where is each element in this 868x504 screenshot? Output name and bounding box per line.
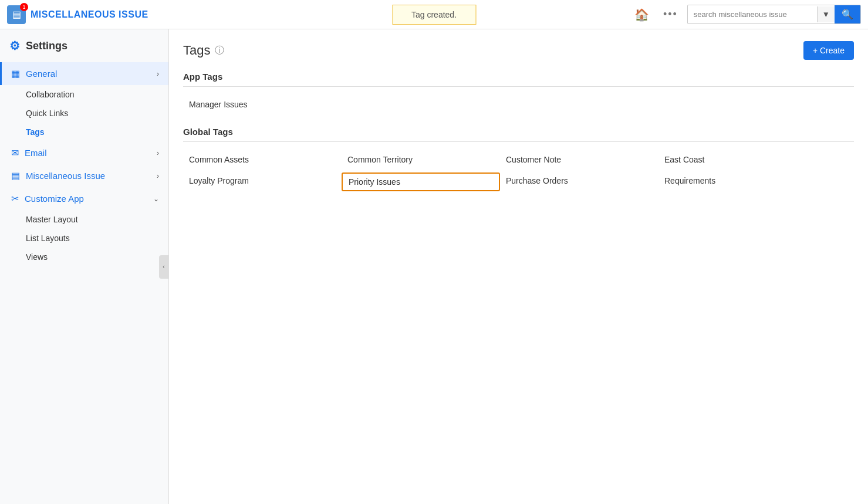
page-title-row: Tags ⓘ [183,43,224,58]
sidebar-item-email-inner: ✉ Email [11,147,157,158]
sidebar-label-misc: Miscellaneous Issue [26,171,105,181]
customize-chevron: ⌄ [153,195,159,203]
sidebar-sub-master-layout[interactable]: Master Layout [0,210,168,229]
content-header: Tags ⓘ + Create [183,41,854,60]
search-container: ▼ 🔍 [687,5,861,24]
more-button[interactable]: ••• [658,6,683,23]
topbar: ▤ 1 MISCELLANEOUS ISSUE Tag created. 🏠 •… [0,0,868,29]
tag-item-requirements[interactable]: Requirements [658,172,817,191]
search-go-button[interactable]: 🔍 [835,5,860,23]
tag-item-priority-issues[interactable]: Priority Issues [342,172,500,191]
sidebar-item-miscellaneous-issue[interactable]: ▤ Miscellaneous Issue › [0,164,168,187]
sidebar-sub-list-layouts[interactable]: List Layouts [0,229,168,248]
tag-item-common-territory[interactable]: Common Territory [342,151,500,168]
app-tags-grid: Manager Issues [183,96,854,113]
search-dropdown-button[interactable]: ▼ [817,6,835,22]
page-title: Tags [183,43,210,58]
app-icon: ▤ 1 [7,5,26,24]
topbar-right: 🏠 ••• ▼ 🔍 [630,5,861,24]
tag-item-loyalty-program[interactable]: Loyalty Program [183,172,342,191]
general-icon: ▦ [11,68,20,79]
settings-header: ⚙ Settings [0,29,168,62]
email-chevron: › [157,149,159,157]
tag-created-banner-container: Tag created. [392,5,476,25]
global-tags-grid: Common Assets Common Territory Customer … [183,151,854,191]
app-tags-section-title: App Tags [183,72,854,82]
topbar-left: ▤ 1 MISCELLANEOUS ISSUE [7,5,148,24]
app-title: MISCELLANEOUS ISSUE [31,9,148,20]
sidebar: ⚙ Settings ▦ General › Collaboration Qui… [0,29,169,504]
sidebar-item-general[interactable]: ▦ General › [0,62,168,85]
info-icon[interactable]: ⓘ [215,45,224,57]
main-layout: ⚙ Settings ▦ General › Collaboration Qui… [0,29,868,504]
tag-created-banner: Tag created. [392,5,476,25]
create-button[interactable]: + Create [803,41,854,60]
misc-chevron: › [157,172,159,180]
sidebar-item-email[interactable]: ✉ Email › [0,141,168,164]
misc-icon: ▤ [11,170,20,181]
notification-badge: 1 [20,3,28,11]
sidebar-sub-collaboration[interactable]: Collaboration [0,85,168,104]
sidebar-item-customize-app[interactable]: ✂ Customize App ⌄ [0,187,168,210]
tag-item-east-coast[interactable]: East Coast [658,151,817,168]
sidebar-item-misc-inner: ▤ Miscellaneous Issue [11,170,157,181]
sidebar-label-customize: Customize App [25,194,84,204]
sidebar-sub-quick-links[interactable]: Quick Links [0,104,168,123]
tag-item-manager-issues[interactable]: Manager Issues [183,96,254,113]
tag-item-common-assets[interactable]: Common Assets [183,151,342,168]
app-tags-divider [183,86,854,87]
gear-icon: ⚙ [9,39,20,53]
sidebar-label-email: Email [25,148,47,158]
tag-item-customer-note[interactable]: Customer Note [500,151,658,168]
global-tags-section-title: Global Tags [183,127,854,137]
search-input[interactable] [688,6,817,22]
sidebar-item-customize-inner: ✂ Customize App [11,193,153,204]
home-button[interactable]: 🏠 [630,5,654,24]
sidebar-sub-tags[interactable]: Tags [0,123,168,141]
sidebar-label-general: General [26,69,57,79]
global-tags-divider [183,141,854,142]
email-icon: ✉ [11,147,19,158]
sidebar-sub-views[interactable]: Views [0,248,168,266]
customize-icon: ✂ [11,193,19,204]
tag-item-purchase-orders[interactable]: Purchase Orders [500,172,658,191]
sidebar-item-general-inner: ▦ General [11,68,157,79]
general-chevron: › [157,70,159,78]
content-area: Tags ⓘ + Create App Tags Manager Issues … [169,29,868,504]
sidebar-collapse-handle[interactable]: ‹ [159,255,168,279]
settings-label: Settings [26,40,67,52]
